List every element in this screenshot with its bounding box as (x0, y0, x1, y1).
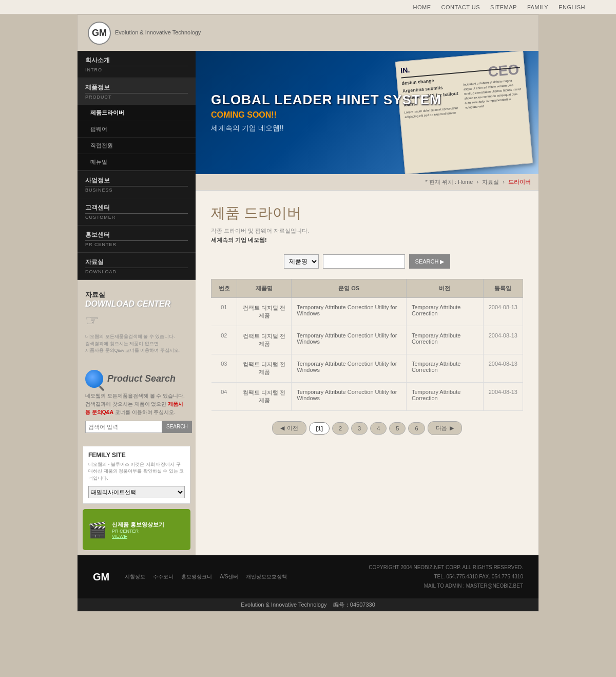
cell-os-0: Temporary Attribute Correction Utility f… (292, 298, 407, 326)
table-header-row: 번호 제품명 운영 OS 버전 등록일 (211, 279, 523, 298)
next-arrow-icon: ▶ (450, 425, 454, 431)
sidebar-download-block: 자료실 DOWNLOAD CENTER ☞ 네오웹의 모든제품을검색해 볼 수 … (78, 283, 196, 362)
logo-text: Evolution & Innovative Technology (115, 29, 201, 36)
th-version: 버전 (406, 279, 483, 298)
sidebar: 회사소개 INTRO 제품정보 PRODUCT 제품드라이버 펌웨어 직접전원 … (78, 51, 196, 555)
footer-link-investor[interactable]: 주주코너 (153, 573, 174, 580)
cell-date-0: 2004-08-13 (483, 298, 523, 326)
sidebar-item-business[interactable]: 사업정보 BUSINESS (78, 171, 196, 198)
next-button[interactable]: 다음 ▶ (428, 421, 462, 435)
table-search-bar: 제품명 버전 날짜 SEARCH (211, 254, 523, 269)
pr-center-block[interactable]: 🎬 신제품 홍보영상보기 PR CENTER VIEW▶ (83, 509, 190, 550)
cell-version-0: Temporary Attribute Correction (406, 298, 483, 326)
banner-subtitle: COMING SOON!! (211, 110, 441, 120)
pagination: ◀ 이전 [1] 2 3 4 5 6 다음 ▶ (211, 421, 523, 445)
sidebar-item-prcenter[interactable]: 홍보센터 PR CENTER (78, 225, 196, 253)
sidebar-item-intro[interactable]: 회사소개 INTRO (78, 51, 196, 78)
table-row[interactable]: 03 컴팩트 디지털 전제품 Temporary Attribute Corre… (211, 354, 523, 383)
cell-version-1: Temporary Attribute Correction (406, 326, 483, 354)
sidebar-item-customer[interactable]: 고객센터 CUSTOMER (78, 198, 196, 225)
nav-contact[interactable]: CONTACT US (441, 4, 480, 10)
search-icon (85, 370, 103, 388)
footer-link-pr[interactable]: 홍보영상코너 (181, 573, 212, 580)
page-btn-4[interactable]: 4 (370, 422, 387, 435)
breadcrumb-home[interactable]: Home (458, 179, 473, 185)
page-btn-3[interactable]: 3 (351, 422, 368, 435)
cell-date-2: 2004-08-13 (483, 354, 523, 383)
cell-product-0: 컴팩트 디지털 전제품 (237, 298, 292, 326)
banner-title: GLOBAL LEADER HINET SYSTEM (211, 92, 441, 108)
footer-mail: MAIL TO ADMIN : MASTER@NEOBIZ.BET (369, 581, 523, 591)
footer-tel: TEL. 054.775.4310 FAX. 054.775.4310 (369, 572, 523, 581)
breadcrumb-parent[interactable]: 자료실 (482, 179, 499, 185)
footer-link-history[interactable]: 시찰정보 (125, 573, 145, 580)
page-btn-5[interactable]: 5 (389, 422, 406, 435)
footer-link-as[interactable]: A/S센터 (220, 573, 238, 580)
download-title-ko: 자료실 (85, 290, 188, 299)
sidebar-item-download[interactable]: 자료실 DOWNLOAD (78, 253, 196, 280)
pr-center-text: 신제품 홍보영상보기 PR CENTER VIEW▶ (112, 521, 164, 539)
page-btn-2[interactable]: 2 (332, 422, 349, 435)
sidebar-item-product[interactable]: 제품정보 PRODUCT 제품드라이버 펌웨어 직접전원 매뉴얼 (78, 78, 196, 171)
sidebar-sub-power[interactable]: 직접전원 (78, 138, 196, 154)
page-btn-1[interactable]: [1] (309, 422, 329, 435)
sidebar-sub-driver[interactable]: 제품드라이버 (78, 105, 196, 121)
th-date: 등록일 (483, 279, 523, 298)
footer-link-privacy[interactable]: 개인정보보호정책 (246, 573, 287, 580)
nav-family[interactable]: FAMILY (527, 4, 548, 10)
table-row[interactable]: 01 컴팩트 디지털 전제품 Temporary Attribute Corre… (211, 298, 523, 326)
cell-version-3: Temporary Attribute Correction (406, 383, 483, 411)
download-hand-icon: ☞ (85, 311, 188, 329)
breadcrumb-sep1: › (476, 179, 480, 185)
table-search-input[interactable] (323, 254, 405, 269)
sidebar-sub-firmware[interactable]: 펌웨어 (78, 121, 196, 138)
cell-os-3: Temporary Attribute Correction Utility f… (292, 383, 407, 411)
sidebar-search-input[interactable] (85, 421, 162, 433)
sidebar-nav: 회사소개 INTRO 제품정보 PRODUCT 제품드라이버 펌웨어 직접전원 … (78, 51, 196, 280)
family-desc: 네오웹의 - 블루어스 이것은 저희 매장에서 구매하신 제품의 정품여부를 확… (88, 461, 185, 482)
prev-button[interactable]: ◀ 이전 (272, 421, 306, 435)
search-select[interactable]: 제품명 버전 날짜 (284, 254, 319, 269)
pr-center-view[interactable]: VIEW▶ (112, 534, 164, 539)
banner: GLOBAL LEADER HINET SYSTEM COMING SOON!!… (196, 51, 538, 174)
breadcrumb: * 현재 위치 : Home › 자료실 › 드라이버 (196, 174, 538, 191)
footer-links: 시찰정보 주주코너 홍보영상코너 A/S센터 개인정보보호정책 (125, 573, 287, 580)
newspaper-ceo: CEO (487, 59, 520, 82)
table-row[interactable]: 02 컴팩트 디지털 전제품 Temporary Attribute Corre… (211, 326, 523, 354)
content-area: 회사소개 INTRO 제품정보 PRODUCT 제품드라이버 펌웨어 직접전원 … (78, 51, 538, 555)
footer-code: Evolution & Innovative Technology 编号：045… (78, 598, 538, 611)
logo-icon: GM (88, 22, 111, 45)
nav-home[interactable]: HOME (413, 4, 431, 10)
nav-sitemap[interactable]: SITEMAP (490, 4, 517, 10)
download-desc: 네오웹의 모든제품을검색해 볼 수 있습니다.검색결과에 찾으시는 제품이 없으… (85, 333, 188, 354)
sidebar-search-block: Product Search 네오웹의 모든제품을검색해 볼 수 있습니다. 검… (78, 362, 196, 441)
footer-right: COPYRIGHT 2004 NEOBIZ.NET CORP. ALL RIGH… (369, 563, 523, 591)
page-subtitle: 각종 드라이버 및 펌웨어 자료실입니다. 세계속의 기업 네오웹! (211, 227, 523, 244)
footer-copyright: COPYRIGHT 2004 NEOBIZ.NET CORP. ALL RIGH… (369, 563, 523, 572)
cell-os-1: Temporary Attribute Correction Utility f… (292, 326, 407, 354)
breadcrumb-sep2: › (503, 179, 506, 185)
footer-logo: GM (93, 571, 109, 583)
logo-area: GM Evolution & Innovative Technology (88, 22, 201, 45)
cell-product-3: 컴팩트 디지털 전제품 (237, 383, 292, 411)
table-row[interactable]: 04 컴팩트 디지털 전제품 Temporary Attribute Corre… (211, 383, 523, 411)
cell-num-2: 03 (211, 354, 237, 383)
banner-text: GLOBAL LEADER HINET SYSTEM COMING SOON!!… (211, 92, 441, 133)
page-btn-6[interactable]: 6 (408, 422, 425, 435)
cell-product-2: 컴팩트 디지털 전제품 (237, 354, 292, 383)
nav-english[interactable]: ENGLISH (559, 4, 585, 10)
sidebar-search-button[interactable]: SEARCH (162, 421, 192, 433)
cell-num-1: 02 (211, 326, 237, 354)
cell-date-1: 2004-08-13 (483, 326, 523, 354)
sidebar-sub-manual[interactable]: 매뉴얼 (78, 154, 196, 171)
th-os: 운영 OS (292, 279, 407, 298)
family-site-select[interactable]: 패밀리사이트선택 (88, 486, 185, 498)
pr-center-icon: 🎬 (88, 521, 107, 539)
page-body: 제품 드라이버 각종 드라이버 및 펌웨어 자료실입니다. 세계속의 기업 네오… (196, 191, 538, 458)
family-title: FEMILY SITE (88, 452, 185, 459)
cell-num-3: 04 (211, 383, 237, 411)
data-table: 번호 제품명 운영 OS 버전 등록일 01 컴팩트 디지털 전제품 Tempo… (211, 279, 523, 411)
th-product: 제품명 (237, 279, 292, 298)
table-search-button[interactable]: SEARCH (409, 254, 451, 269)
search-input-row: SEARCH (85, 421, 188, 433)
